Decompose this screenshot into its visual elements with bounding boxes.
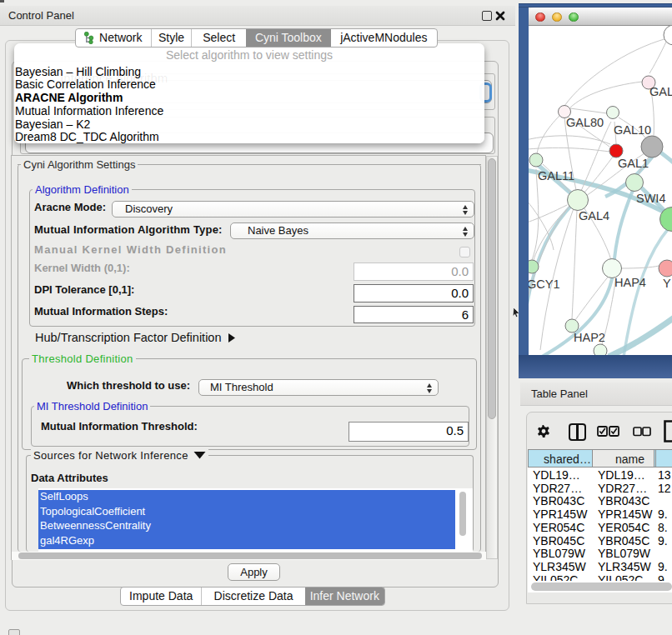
svg-text:HAP4: HAP4 — [614, 276, 646, 289]
svg-text:GAL80: GAL80 — [566, 116, 604, 129]
svg-text:GCY1: GCY1 — [529, 278, 560, 291]
svg-text:Y: Y — [663, 277, 671, 290]
svg-text:GAL: GAL — [649, 85, 672, 98]
svg-text:GAL11: GAL11 — [538, 169, 574, 182]
svg-text:GAL10: GAL10 — [614, 123, 651, 137]
svg-text:GAL4: GAL4 — [579, 209, 609, 222]
svg-text:GAL1: GAL1 — [618, 157, 649, 170]
svg-text:HAP2: HAP2 — [574, 331, 605, 344]
svg-text:SWI4: SWI4 — [636, 192, 665, 205]
